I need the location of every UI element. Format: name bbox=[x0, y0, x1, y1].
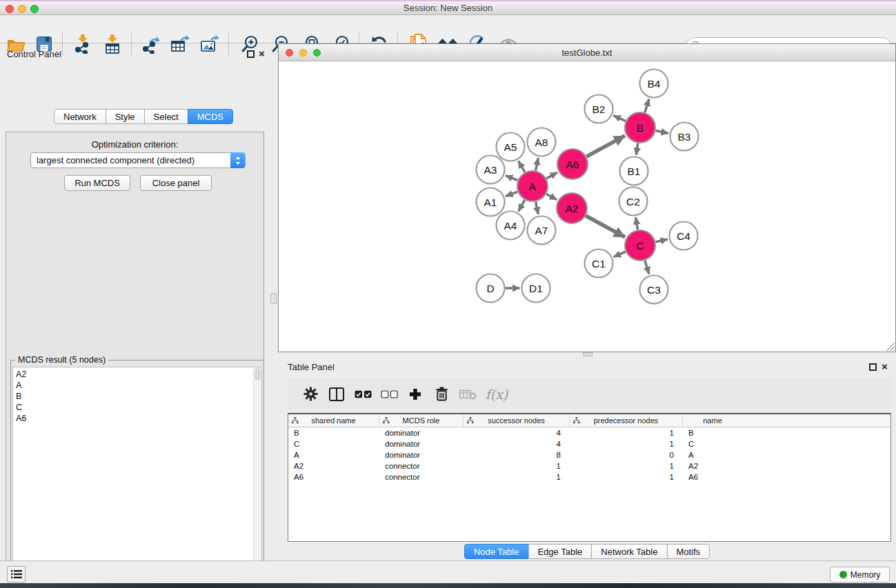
node-C4[interactable]: C4 bbox=[670, 222, 698, 250]
table-row[interactable]: Cdominator41C bbox=[288, 438, 890, 449]
table-row[interactable]: Bdominator41B bbox=[288, 427, 890, 438]
edge-C-C1[interactable] bbox=[614, 252, 626, 257]
tab-network[interactable]: Network bbox=[54, 109, 106, 124]
attribute-icon bbox=[383, 417, 390, 424]
node-C3[interactable]: C3 bbox=[640, 276, 668, 304]
node-B[interactable]: B bbox=[625, 112, 655, 143]
mcds-result-item[interactable]: A bbox=[13, 380, 261, 391]
float-table-panel-icon[interactable] bbox=[869, 363, 877, 371]
float-panel-icon[interactable] bbox=[247, 50, 255, 58]
fx-label: f(x) bbox=[486, 387, 508, 402]
node-B2[interactable]: B2 bbox=[585, 95, 613, 123]
select-stepper-icon bbox=[230, 152, 245, 168]
table-row[interactable]: A6connector11A6 bbox=[288, 472, 890, 483]
svg-text:B1: B1 bbox=[628, 165, 641, 177]
edge-A-A7[interactable] bbox=[536, 202, 539, 214]
add-column-button[interactable] bbox=[402, 383, 428, 405]
column-label: successor nodes bbox=[488, 416, 545, 425]
result-scrollbar[interactable] bbox=[253, 367, 261, 588]
delete-table-button[interactable] bbox=[455, 383, 481, 405]
edge-A-A6[interactable] bbox=[546, 172, 557, 179]
edge-B-B1[interactable] bbox=[636, 143, 637, 155]
node-A6[interactable]: A6 bbox=[557, 149, 588, 179]
plus-icon bbox=[409, 388, 421, 401]
edge-B-B4[interactable] bbox=[645, 99, 649, 112]
deselect-all-icon bbox=[381, 390, 398, 398]
mcds-result-item[interactable]: B bbox=[13, 391, 261, 402]
mcds-result-item[interactable]: A2 bbox=[13, 369, 261, 380]
mcds-result-list[interactable]: A2ABCA6 bbox=[12, 367, 262, 588]
network-canvas[interactable]: B4B2BB3A5A8A6B1A3AC2A1A2A4A7C4CC1C3DD1 bbox=[279, 61, 895, 352]
tab-network-table[interactable]: Network Table bbox=[591, 544, 667, 559]
node-C1[interactable]: C1 bbox=[585, 250, 613, 278]
node-B1[interactable]: B1 bbox=[620, 157, 648, 185]
node-B4[interactable]: B4 bbox=[640, 70, 668, 98]
node-A[interactable]: A bbox=[517, 171, 548, 201]
node-C[interactable]: C bbox=[625, 230, 655, 261]
node-D1[interactable]: D1 bbox=[522, 274, 550, 303]
edge-A2-C[interactable] bbox=[586, 216, 625, 237]
edge-A-A2[interactable] bbox=[546, 194, 557, 200]
node-A7[interactable]: A7 bbox=[528, 216, 556, 245]
edge-A6-B[interactable] bbox=[586, 136, 625, 156]
node-A2[interactable]: A2 bbox=[557, 193, 587, 223]
tab-select[interactable]: Select bbox=[144, 109, 188, 124]
tab-mcds[interactable]: MCDS bbox=[188, 109, 233, 124]
table-row[interactable]: A2connector11A2 bbox=[288, 460, 890, 472]
edge-C-C2[interactable] bbox=[636, 217, 638, 230]
run-mcds-button[interactable]: Run MCDS bbox=[64, 175, 130, 191]
tab-style[interactable]: Style bbox=[106, 109, 145, 124]
cell-MCDS-role: dominator bbox=[379, 427, 464, 438]
memory-button[interactable]: Memory bbox=[830, 567, 890, 582]
edge-C-C4[interactable] bbox=[655, 239, 668, 242]
column-header-predecessor-nodes[interactable]: predecessor nodes bbox=[570, 414, 683, 427]
node-D[interactable]: D bbox=[477, 274, 505, 303]
edge-A-A5[interactable] bbox=[519, 161, 525, 172]
deselect-all-button[interactable] bbox=[376, 383, 402, 405]
mcds-result-item[interactable]: C bbox=[13, 402, 261, 413]
edge-A-A1[interactable] bbox=[506, 192, 517, 196]
svg-text:D1: D1 bbox=[529, 283, 543, 294]
network-title: testGlobe.txt bbox=[279, 44, 895, 61]
column-header-successor-nodes[interactable]: successor nodes bbox=[464, 414, 570, 427]
function-builder-button[interactable]: f(x) bbox=[481, 383, 512, 405]
edge-A-A3[interactable] bbox=[506, 176, 518, 181]
edge-A-A4[interactable] bbox=[519, 200, 525, 211]
node-A3[interactable]: A3 bbox=[477, 156, 505, 184]
column-header-MCDS-role[interactable]: MCDS role bbox=[379, 414, 464, 427]
table-row[interactable]: Adominator80A bbox=[288, 449, 890, 460]
tab-node-table[interactable]: Node Table bbox=[464, 544, 529, 559]
network-window-titlebar[interactable]: testGlobe.txt bbox=[279, 44, 895, 61]
vertical-split-handle[interactable] bbox=[270, 293, 277, 304]
node-table[interactable]: shared nameMCDS rolesuccessor nodesprede… bbox=[288, 413, 891, 542]
optimization-select-value: largest connected component (directed) bbox=[37, 155, 195, 165]
column-header-name[interactable]: name bbox=[683, 414, 742, 427]
tab-edge-table[interactable]: Edge Table bbox=[528, 544, 592, 559]
optimization-select[interactable]: largest connected component (directed) bbox=[30, 152, 246, 168]
edge-A-A8[interactable] bbox=[536, 158, 539, 170]
close-table-panel-icon[interactable]: × bbox=[882, 363, 888, 371]
close-panel-button[interactable]: Close panel bbox=[140, 175, 212, 191]
node-A8[interactable]: A8 bbox=[528, 128, 556, 156]
optimization-criterion-label: Optimization criterion: bbox=[6, 139, 263, 150]
delete-column-button[interactable] bbox=[428, 383, 455, 405]
node-C2[interactable]: C2 bbox=[619, 187, 648, 216]
edge-B-B3[interactable] bbox=[656, 131, 668, 134]
close-panel-icon[interactable]: × bbox=[259, 50, 265, 58]
mcds-result-item[interactable]: A6 bbox=[13, 413, 261, 424]
node-A1[interactable]: A1 bbox=[477, 188, 505, 216]
edge-B-B2[interactable] bbox=[613, 116, 626, 121]
svg-text:C2: C2 bbox=[626, 196, 640, 207]
node-A5[interactable]: A5 bbox=[497, 133, 525, 161]
select-all-button[interactable] bbox=[350, 383, 376, 405]
cell-shared-name: B bbox=[288, 427, 379, 438]
table-settings-button[interactable] bbox=[297, 383, 323, 405]
cell-predecessor-nodes: 1 bbox=[570, 438, 683, 449]
column-header-shared-name[interactable]: shared name bbox=[288, 414, 379, 427]
task-history-button[interactable] bbox=[7, 566, 26, 582]
node-B3[interactable]: B3 bbox=[670, 123, 699, 151]
tab-motifs[interactable]: Motifs bbox=[666, 544, 710, 559]
show-columns-button[interactable] bbox=[323, 383, 350, 405]
edge-C-C3[interactable] bbox=[645, 261, 649, 274]
node-A4[interactable]: A4 bbox=[497, 212, 525, 240]
